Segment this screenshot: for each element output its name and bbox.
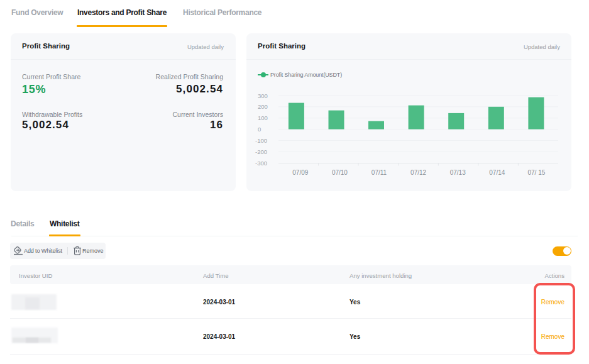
svg-text:07/ 15: 07/ 15 xyxy=(527,169,545,176)
svg-text:-200: -200 xyxy=(255,148,267,155)
svg-text:07/13: 07/13 xyxy=(450,169,466,176)
svg-text:07/14: 07/14 xyxy=(489,169,505,176)
svg-text:07/10: 07/10 xyxy=(332,169,348,176)
svg-text:07/09: 07/09 xyxy=(292,169,308,176)
svg-text:07/12: 07/12 xyxy=(410,169,426,176)
svg-text:-100: -100 xyxy=(255,137,267,144)
svg-text:0: 0 xyxy=(258,126,261,133)
svg-text:07/11: 07/11 xyxy=(372,169,387,176)
svg-text:200: 200 xyxy=(258,103,268,110)
svg-text:100: 100 xyxy=(258,114,268,121)
svg-text:-300: -300 xyxy=(255,160,267,167)
svg-text:300: 300 xyxy=(258,92,268,99)
